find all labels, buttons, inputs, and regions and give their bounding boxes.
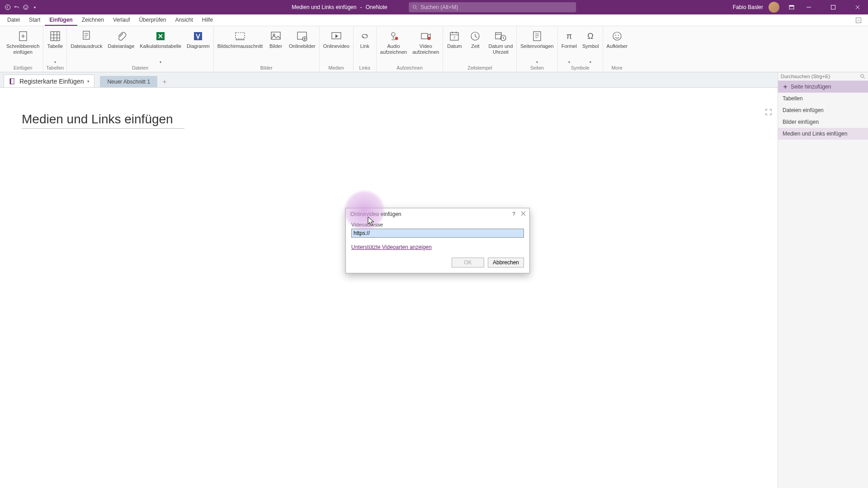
menu-start[interactable]: Start <box>24 15 45 26</box>
dialog-close-button[interactable] <box>521 211 526 217</box>
ok-button[interactable]: OK <box>452 258 484 267</box>
svg-point-0 <box>5 5 10 10</box>
page-search[interactable] <box>778 72 868 81</box>
dialog-help-button[interactable]: ? <box>512 211 515 217</box>
close-button[interactable] <box>847 0 868 14</box>
ribbon-picture-button[interactable]: Bilder <box>265 28 286 61</box>
svg-rect-29 <box>533 32 541 41</box>
user-name[interactable]: Fabio Basler <box>733 4 765 10</box>
qat-dropdown-icon[interactable]: ▾ <box>32 4 38 10</box>
svg-text:Ω: Ω <box>588 32 594 41</box>
back-icon[interactable] <box>5 4 11 10</box>
search-input[interactable] <box>420 4 573 10</box>
group-label: Zeitstempel <box>444 64 515 72</box>
ribbon-group-tabellen: Tabelle▾Tabellen <box>43 26 67 72</box>
menu-ansicht[interactable]: Ansicht <box>170 15 197 26</box>
ribbon-table-button[interactable]: Tabelle▾ <box>44 28 66 64</box>
group-label: Bilder <box>215 64 318 72</box>
menu-verlauf[interactable]: Verlauf <box>108 15 134 26</box>
group-label: More <box>604 64 630 72</box>
notebook-icon <box>9 78 16 85</box>
page-title[interactable]: Medien und Links einfügen <box>22 112 184 129</box>
search-icon <box>413 5 418 10</box>
ribbon-insert-space-button[interactable]: Schreibbereicheinfügen <box>4 28 42 61</box>
svg-rect-14 <box>236 33 245 39</box>
menu-einfügen[interactable]: Einfügen <box>45 15 77 26</box>
video-rec-icon <box>420 30 432 42</box>
menu-datei[interactable]: Datei <box>3 15 24 26</box>
svg-rect-22 <box>421 33 428 39</box>
document-title: Medien und Links einfügen <box>292 4 356 10</box>
supported-videos-link[interactable]: Unterstützte Videoarten anzeigen <box>351 244 432 250</box>
cancel-button[interactable]: Abbrechen <box>488 258 524 267</box>
svg-point-21 <box>395 37 398 40</box>
page-item[interactable]: Bilder einfügen <box>778 116 868 128</box>
group-label: Medien <box>321 64 352 72</box>
picture-icon <box>269 30 282 42</box>
ribbon-sticker-button[interactable]: Aufkleber <box>604 28 630 61</box>
page-item[interactable]: Dateien einfügen <box>778 104 868 116</box>
file-printout-icon <box>80 30 93 42</box>
ribbon-equation-button[interactable]: πFormel▾ <box>559 28 580 64</box>
ribbon-link-button[interactable]: Link <box>354 28 375 61</box>
ribbon-time-button[interactable]: Zeit <box>465 28 486 61</box>
maximize-button[interactable] <box>823 0 844 14</box>
svg-rect-36 <box>10 79 11 84</box>
ribbon-spreadsheet-button[interactable]: Kalkulationstabelle▾ <box>137 28 184 64</box>
add-page-button[interactable]: Seite hinzufügen <box>778 81 868 93</box>
group-label: Aufzeichnen <box>377 64 442 72</box>
app-name: OneNote <box>366 4 387 10</box>
notebook-bar: Registerkarte Einfügen ▾ Neuer Abschnitt… <box>0 72 778 88</box>
avatar[interactable] <box>769 2 779 13</box>
menu-überprüfen[interactable]: Überprüfen <box>134 15 170 26</box>
ribbon-datetime-button[interactable]: Datum undUhrzeit <box>486 28 515 61</box>
svg-point-34 <box>618 35 619 36</box>
ribbon-audio-button[interactable]: Audioaufzeichnen <box>377 28 410 61</box>
ribbon-online-video-button[interactable]: Onlinevideo <box>321 28 352 61</box>
video-address-input[interactable] <box>351 229 524 238</box>
date-icon: 7 <box>448 30 461 42</box>
group-label: Dateien <box>68 64 212 72</box>
minimize-button[interactable] <box>798 0 819 14</box>
screenclip-icon <box>234 30 246 42</box>
menu-zeichnen[interactable]: Zeichnen <box>77 15 108 26</box>
group-label: Links <box>354 64 375 72</box>
svg-point-3 <box>26 6 27 7</box>
plus-icon <box>783 84 788 89</box>
ribbon-group-einfügen: SchreibbereicheinfügenEinfügen <box>3 26 43 72</box>
add-section-button[interactable] <box>159 76 170 87</box>
page-item[interactable]: Medien und Links einfügen <box>778 128 868 140</box>
svg-point-32 <box>613 32 621 40</box>
ribbon-attachment-button[interactable]: Dateianlage <box>105 28 137 61</box>
ribbon-file-printout-button[interactable]: Dateiausdruck <box>68 28 105 61</box>
page-search-input[interactable] <box>781 74 858 79</box>
group-label: Symbole <box>559 64 602 72</box>
spreadsheet-icon <box>154 30 167 42</box>
page-item[interactable]: Tabellen <box>778 93 868 104</box>
ribbon-symbol-button[interactable]: ΩSymbol▾ <box>580 28 602 64</box>
datetime-icon <box>494 30 507 42</box>
visio-icon <box>192 30 204 42</box>
search-box[interactable] <box>409 2 576 12</box>
ribbon-video-rec-button[interactable]: Videoaufzeichnen <box>410 28 442 61</box>
time-icon <box>469 30 481 42</box>
add-page-label: Seite hinzufügen <box>791 84 831 90</box>
menu-hilfe[interactable]: Hilfe <box>198 15 217 26</box>
collapse-ribbon-button[interactable] <box>852 15 865 25</box>
title-separator: - <box>360 4 362 10</box>
undo-icon[interactable] <box>14 4 20 10</box>
svg-text:π: π <box>566 32 572 41</box>
ribbon-visio-button[interactable]: Diagramm <box>184 28 212 61</box>
ribbon-display-icon[interactable] <box>788 4 795 10</box>
ribbon-group-zeitstempel: 7DatumZeitDatum undUhrzeitZeitstempel <box>443 26 517 72</box>
notebook-selector[interactable]: Registerkarte Einfügen ▾ <box>4 75 94 87</box>
touch-icon[interactable] <box>23 4 29 10</box>
canvas[interactable]: Medien und Links einfügen <box>0 88 778 488</box>
ribbon-screenclip-button[interactable]: Bildschirmausschnitt <box>215 28 265 61</box>
section-tab[interactable]: Neuer Abschnitt 1 <box>100 76 157 87</box>
ribbon-group-more: AufkleberMore <box>603 26 631 72</box>
expand-page-icon[interactable] <box>765 108 772 116</box>
ribbon-template-button[interactable]: Seitenvorlagen▾ <box>518 28 556 64</box>
ribbon-date-button[interactable]: 7Datum <box>444 28 465 61</box>
ribbon-online-picture-button[interactable]: Onlinebilder <box>286 28 318 61</box>
